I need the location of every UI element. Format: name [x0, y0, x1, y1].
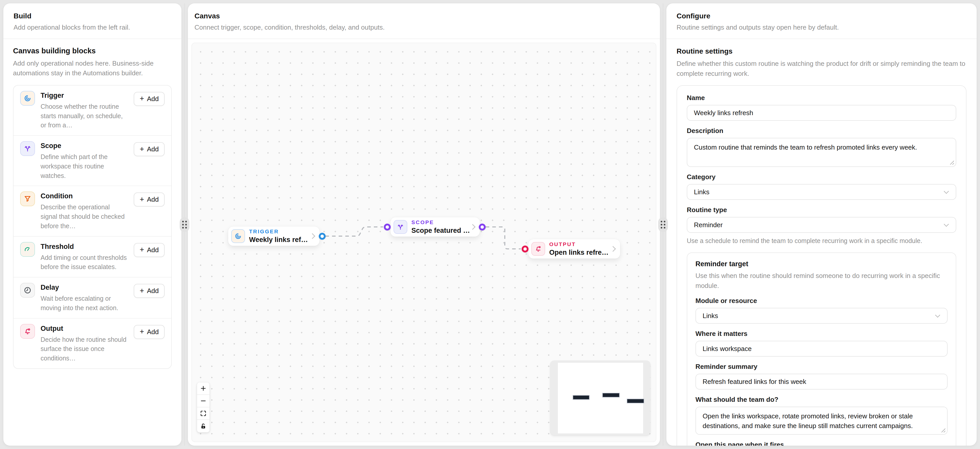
handle-scope-target[interactable] — [384, 224, 391, 231]
node-title: Open links refre… — [549, 248, 607, 256]
build-panel-subtitle: Add operational blocks from the left rai… — [14, 24, 171, 32]
routine-type-selected-value: Reminder — [694, 221, 723, 229]
scope-branch-icon — [393, 220, 407, 234]
routine-settings-section: Routine settings Define whether this cus… — [667, 39, 977, 446]
add-delay-button[interactable]: + Add — [134, 284, 165, 298]
node-type-label: SCOPE — [411, 219, 466, 225]
plus-icon: + — [140, 145, 144, 153]
building-blocks-list: Trigger Choose whether the routine start… — [13, 85, 172, 369]
add-button-label: Add — [147, 145, 159, 153]
add-trigger-button[interactable]: + Add — [134, 92, 165, 106]
build-panel-header: Build Add operational blocks from the le… — [3, 3, 181, 39]
chevron-down-icon — [935, 312, 940, 318]
handle-scope-source[interactable] — [479, 224, 486, 231]
reminder-target-card: Reminder target Use this when the routin… — [687, 252, 956, 446]
canvas-panel-subtitle: Connect trigger, scope, condition, thres… — [194, 24, 650, 32]
node-title: Weekly links ref… — [249, 236, 306, 244]
panel-resize-handle[interactable] — [180, 217, 189, 232]
canvas-panel-title: Canvas — [194, 12, 650, 20]
node-title: Scope featured … — [411, 227, 466, 234]
building-blocks-description: Add only operational nodes here. Busines… — [13, 59, 156, 78]
reminder-target-heading: Reminder target — [695, 260, 948, 268]
category-selected-value: Links — [694, 188, 710, 196]
build-panel-title: Build — [14, 12, 171, 20]
fit-view-button[interactable] — [197, 408, 210, 420]
flow-node-output[interactable]: OUTPUT Open links refre… — [528, 239, 620, 259]
build-panel: Build Add operational blocks from the le… — [3, 3, 181, 446]
block-desc-condition: Describe the operational signal that sho… — [41, 202, 128, 231]
routine-type-help: Use a schedule to remind the team to com… — [687, 236, 956, 245]
trigger-swirl-icon — [231, 229, 245, 243]
block-row-delay: Delay Wait before escalating or moving i… — [14, 277, 171, 318]
chevron-right-icon — [470, 224, 476, 230]
block-name-output: Output — [41, 325, 128, 333]
flow-canvas[interactable]: TRIGGER Weekly links ref… SCOPE Scope fe… — [191, 43, 656, 442]
node-type-label: OUTPUT — [549, 241, 607, 247]
add-scope-button[interactable]: + Add — [134, 142, 165, 156]
zoom-out-button[interactable] — [197, 395, 210, 408]
reminder-target-description: Use this when the routine should remind … — [695, 271, 948, 291]
description-textarea[interactable]: Custom routine that reminds the team to … — [687, 138, 956, 167]
routine-type-label: Routine type — [687, 206, 956, 214]
where-input[interactable] — [695, 341, 948, 357]
block-desc-trigger: Choose whether the routine starts manual… — [41, 102, 128, 130]
description-label: Description — [687, 127, 956, 135]
chevron-down-icon — [944, 221, 949, 227]
plus-icon: + — [140, 287, 144, 295]
add-threshold-button[interactable]: + Add — [134, 243, 165, 257]
canvas-panel-header: Canvas Connect trigger, scope, condition… — [188, 3, 660, 39]
flow-node-trigger[interactable]: TRIGGER Weekly links ref… — [228, 226, 320, 246]
output-bell-icon — [20, 324, 35, 339]
plus-icon — [200, 385, 207, 392]
add-condition-button[interactable]: + Add — [134, 193, 165, 207]
routine-type-select[interactable]: Reminder — [687, 217, 956, 233]
configure-panel: Configure Routine settings and outputs s… — [667, 3, 977, 446]
plus-icon: + — [140, 196, 144, 203]
canvas-minimap[interactable] — [550, 361, 650, 435]
scope-branch-icon — [20, 141, 35, 156]
name-input[interactable] — [687, 105, 956, 121]
building-blocks-rail: Canvas building blocks Add only operatio… — [3, 39, 181, 376]
zoom-in-button[interactable] — [197, 382, 210, 395]
module-label: Module or resource — [695, 297, 948, 305]
block-row-scope: Scope Define which part of the workspace… — [14, 136, 171, 186]
team-task-label: What should the team do? — [695, 396, 948, 404]
threshold-gauge-icon — [20, 242, 35, 257]
block-name-condition: Condition — [41, 192, 128, 200]
category-select[interactable]: Links — [687, 184, 956, 200]
block-name-threshold: Threshold — [41, 243, 128, 251]
unlock-icon — [200, 423, 207, 430]
lock-interactivity-button[interactable] — [197, 420, 210, 432]
team-task-textarea[interactable]: Open the links workspace, rotate promote… — [695, 407, 948, 435]
chevron-right-icon — [310, 233, 315, 239]
block-desc-delay: Wait before escalating or moving into th… — [41, 294, 128, 313]
block-desc-scope: Define which part of the workspace this … — [41, 152, 128, 180]
minimap-viewport — [558, 363, 643, 433]
routine-settings-form: Name Description Custom routine that rem… — [676, 85, 966, 446]
add-button-label: Add — [147, 328, 159, 336]
module-select[interactable]: Links — [695, 308, 948, 324]
block-desc-output: Decide how the routine should surface th… — [41, 335, 128, 363]
edge-trigger-to-scope — [325, 227, 383, 236]
node-type-label: TRIGGER — [249, 228, 306, 234]
block-desc-threshold: Add timing or count thresholds before th… — [41, 253, 128, 272]
minimap-node-scope — [602, 393, 620, 397]
flow-node-scope[interactable]: SCOPE Scope featured … — [390, 217, 480, 237]
delay-clock-icon — [20, 283, 35, 298]
add-output-button[interactable]: + Add — [134, 325, 165, 339]
handle-trigger-source[interactable] — [319, 233, 326, 240]
configure-panel-header: Configure Routine settings and outputs s… — [667, 3, 977, 39]
block-name-delay: Delay — [41, 283, 128, 291]
canvas-controls — [197, 382, 210, 432]
add-button-label: Add — [147, 196, 159, 204]
module-selected-value: Links — [703, 312, 718, 320]
panel-resize-handle[interactable] — [658, 217, 668, 232]
summary-label: Reminder summary — [695, 363, 948, 371]
routine-settings-heading: Routine settings — [676, 47, 966, 56]
output-bell-icon — [531, 242, 545, 256]
block-row-output: Output Decide how the routine should sur… — [14, 318, 171, 368]
summary-input[interactable] — [695, 374, 948, 390]
handle-output-target[interactable] — [522, 245, 528, 252]
block-name-trigger: Trigger — [41, 92, 128, 100]
block-row-threshold: Threshold Add timing or count thresholds… — [14, 237, 171, 278]
